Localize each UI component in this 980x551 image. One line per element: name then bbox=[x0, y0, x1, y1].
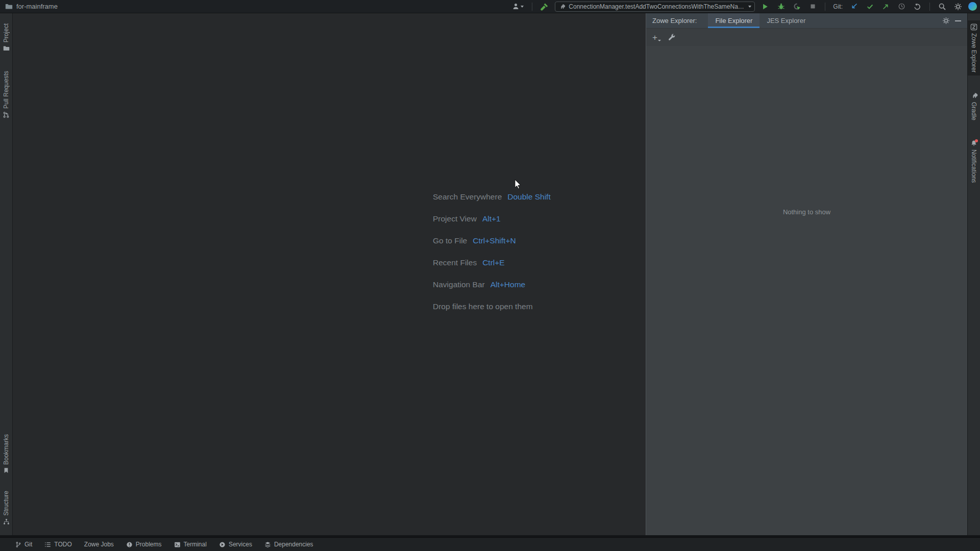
shortcut-keys: Double Shift bbox=[507, 192, 550, 202]
sidebar-item-structure[interactable]: Structure bbox=[0, 488, 13, 528]
zowe-explorer-toolwindow: Zowe Explorer: File Explorer JES Explore… bbox=[646, 13, 967, 535]
shortcut-action: Recent Files bbox=[433, 258, 477, 267]
gradle-elephant-icon bbox=[970, 92, 978, 99]
shortcut-hints: Search Everywhere Double Shift Project V… bbox=[433, 186, 551, 317]
git-update-button[interactable] bbox=[848, 1, 860, 12]
toolwindow-header: Zowe Explorer: File Explorer JES Explore… bbox=[646, 13, 967, 29]
bookmark-icon bbox=[3, 467, 9, 473]
shortcut-row: Navigation Bar Alt+Home bbox=[433, 273, 551, 295]
add-connection-button[interactable]: + bbox=[652, 33, 661, 42]
statusbar-label: Services bbox=[229, 541, 252, 548]
shortcut-action: Project View bbox=[433, 214, 477, 223]
toolbar-separator bbox=[929, 3, 930, 11]
debug-button[interactable] bbox=[775, 1, 787, 12]
sidebar-item-project[interactable]: Project bbox=[0, 20, 13, 55]
git-branch-icon bbox=[15, 541, 21, 548]
add-caret-icon bbox=[658, 40, 661, 41]
notification-badge bbox=[975, 139, 978, 142]
hide-toolwindow-icon[interactable] bbox=[955, 20, 961, 21]
toolbar-separator bbox=[532, 3, 532, 11]
ide-window: for-mainframe ConnectionManager.testAddT… bbox=[0, 0, 980, 551]
statusbar-item-terminal[interactable]: Terminal bbox=[174, 541, 207, 548]
services-icon bbox=[219, 541, 226, 548]
folder-icon bbox=[3, 45, 10, 52]
shortcut-action: Search Everywhere bbox=[433, 192, 502, 202]
shortcut-keys: Ctrl+E bbox=[482, 258, 505, 267]
user-caret-icon bbox=[521, 6, 524, 8]
toolwindow-title: Zowe Explorer: bbox=[652, 13, 697, 28]
toolwindow-settings-gear-icon[interactable] bbox=[942, 17, 950, 24]
structure-icon bbox=[3, 518, 10, 525]
shortcut-action: Navigation Bar bbox=[433, 280, 485, 289]
profiler-button[interactable] bbox=[791, 1, 802, 12]
zowe-explorer-stripe-label: Zowe Explorer bbox=[970, 33, 977, 72]
statusbar-item-todo[interactable]: TODO bbox=[44, 541, 71, 548]
sidebar-item-zowe-explorer[interactable]: Zowe Explorer bbox=[968, 20, 980, 76]
shortcut-row: Project View Alt+1 bbox=[433, 208, 551, 230]
run-config-caret-icon bbox=[748, 6, 751, 8]
zowe-plugin-icon[interactable] bbox=[968, 2, 977, 11]
project-stripe-label: Project bbox=[3, 23, 10, 42]
user-account-button[interactable] bbox=[510, 1, 525, 12]
gradle-task-icon bbox=[558, 3, 566, 10]
sidebar-item-notifications[interactable]: Notifications bbox=[968, 137, 980, 186]
mouse-cursor bbox=[514, 180, 522, 190]
settings-gear-icon[interactable] bbox=[952, 1, 964, 12]
run-button[interactable] bbox=[760, 1, 771, 12]
statusbar-item-dependencies[interactable]: Dependencies bbox=[264, 541, 313, 548]
shortcut-row: Recent Files Ctrl+E bbox=[433, 252, 551, 273]
drop-files-hint: Drop files here to open them bbox=[433, 302, 533, 311]
editor-area[interactable]: Search Everywhere Double Shift Project V… bbox=[13, 13, 646, 535]
project-folder-icon bbox=[5, 3, 13, 10]
shortcut-row: Go to File Ctrl+Shift+N bbox=[433, 230, 551, 252]
statusbar-label: Zowe Jobs bbox=[84, 541, 114, 548]
rollback-button[interactable] bbox=[912, 1, 923, 12]
pull-request-icon bbox=[3, 111, 10, 118]
sidebar-item-pull-requests[interactable]: Pull Requests bbox=[0, 68, 13, 121]
terminal-icon bbox=[174, 541, 181, 548]
drop-hint-row: Drop files here to open them bbox=[433, 295, 551, 317]
notifications-bell-icon bbox=[970, 140, 977, 147]
tab-jes-explorer[interactable]: JES Explorer bbox=[760, 13, 813, 28]
search-everywhere-icon[interactable] bbox=[937, 1, 948, 12]
git-push-button[interactable] bbox=[880, 1, 891, 12]
shortcut-action: Go to File bbox=[433, 236, 467, 245]
statusbar-label: TODO bbox=[54, 541, 71, 548]
statusbar-item-zowe-jobs[interactable]: Zowe Jobs bbox=[84, 541, 114, 548]
statusbar-label: Problems bbox=[136, 541, 162, 548]
notifications-stripe-label: Notifications bbox=[970, 149, 977, 183]
left-toolwindow-stripe: Project Pull Requests Bookmarks bbox=[0, 13, 13, 535]
toolbar-separator bbox=[825, 3, 825, 11]
sidebar-item-bookmarks[interactable]: Bookmarks bbox=[0, 431, 13, 477]
todo-list-icon bbox=[44, 541, 51, 548]
shortcut-keys: Alt+Home bbox=[491, 280, 526, 289]
toolwindow-toolbar: + bbox=[646, 29, 967, 46]
toolwindow-content[interactable]: Nothing to show bbox=[646, 46, 967, 535]
shortcut-keys: Alt+1 bbox=[482, 214, 501, 223]
statusbar-label: Git bbox=[24, 541, 32, 548]
git-commit-button[interactable] bbox=[864, 1, 875, 12]
git-label: Git: bbox=[833, 3, 843, 10]
statusbar-label: Dependencies bbox=[274, 541, 313, 548]
run-configuration-name: ConnectionManager.testAddTwoConnectionsW… bbox=[569, 3, 744, 10]
sidebar-item-gradle[interactable]: Gradle bbox=[968, 89, 980, 123]
statusbar-item-problems[interactable]: Problems bbox=[126, 541, 162, 548]
build-hammer-button[interactable] bbox=[539, 1, 550, 12]
dependencies-icon bbox=[264, 541, 271, 548]
zowe-z-icon bbox=[970, 23, 977, 31]
status-bar: Git TODO Zowe Jobs Problems Terminal bbox=[0, 537, 980, 551]
shortcut-row: Search Everywhere Double Shift bbox=[433, 186, 551, 208]
statusbar-item-git[interactable]: Git bbox=[15, 541, 32, 548]
project-name: for-mainframe bbox=[16, 3, 58, 10]
run-configuration-select[interactable]: ConnectionManager.testAddTwoConnectionsW… bbox=[555, 2, 755, 12]
statusbar-label: Terminal bbox=[184, 541, 207, 548]
tab-file-explorer[interactable]: File Explorer bbox=[708, 13, 760, 28]
statusbar-item-services[interactable]: Services bbox=[219, 541, 252, 548]
git-history-button[interactable] bbox=[896, 1, 907, 12]
title-bar: for-mainframe ConnectionManager.testAddT… bbox=[0, 0, 980, 13]
right-toolwindow-stripe: Zowe Explorer Gradle Notifications bbox=[967, 13, 980, 535]
problems-icon bbox=[126, 541, 133, 548]
stop-button[interactable] bbox=[807, 1, 818, 12]
bookmarks-stripe-label: Bookmarks bbox=[3, 434, 10, 465]
wrench-settings-button[interactable] bbox=[668, 34, 676, 41]
